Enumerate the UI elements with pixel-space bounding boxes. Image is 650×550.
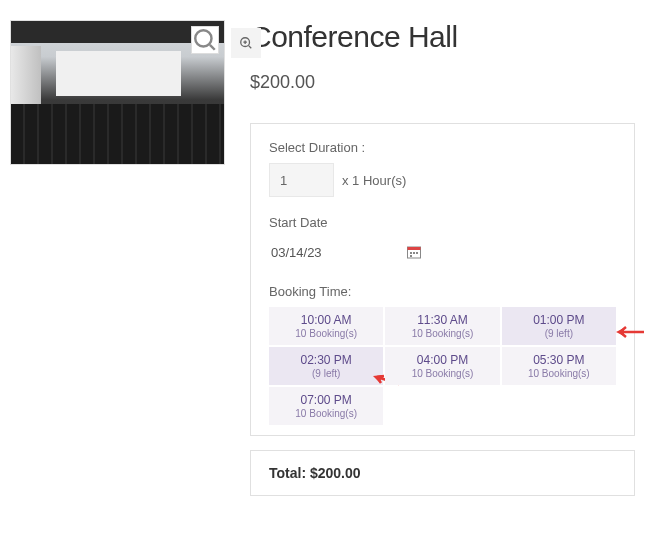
slot-availability: (9 left) (506, 328, 612, 339)
slot-time: 10:00 AM (273, 313, 379, 327)
image-column (10, 20, 225, 496)
slot-time: 07:00 PM (273, 393, 379, 407)
svg-rect-9 (413, 252, 415, 254)
zoom-external-icon[interactable] (231, 28, 261, 58)
date-row (269, 238, 616, 266)
svg-rect-10 (416, 252, 418, 254)
time-slot[interactable]: 05:30 PM10 Booking(s) (502, 347, 616, 385)
slot-availability: 10 Booking(s) (389, 368, 495, 379)
slot-time: 01:00 PM (506, 313, 612, 327)
start-date-input[interactable] (269, 238, 394, 266)
svg-rect-7 (408, 247, 421, 250)
slot-availability: (9 left) (273, 368, 379, 379)
zoom-icon[interactable] (191, 26, 219, 54)
slot-time: 04:00 PM (389, 353, 495, 367)
booking-form: Select Duration : x 1 Hour(s) Start Date… (250, 123, 635, 436)
duration-input[interactable] (269, 163, 334, 197)
product-image[interactable] (10, 20, 225, 165)
time-slot[interactable]: 07:00 PM10 Booking(s) (269, 387, 383, 425)
svg-rect-11 (410, 255, 412, 257)
slot-time: 05:30 PM (506, 353, 612, 367)
calendar-icon[interactable] (406, 244, 422, 260)
time-slot[interactable]: 10:00 AM10 Booking(s) (269, 307, 383, 345)
slot-availability: 10 Booking(s) (273, 408, 379, 419)
slot-time: 11:30 AM (389, 313, 495, 327)
time-slot[interactable]: 01:00 PM(9 left) (502, 307, 616, 345)
total-label: Total: (269, 465, 306, 481)
time-slot[interactable]: 04:00 PM10 Booking(s) (385, 347, 499, 385)
slot-time: 02:30 PM (273, 353, 379, 367)
booking-time-label: Booking Time: (269, 284, 616, 299)
time-slot[interactable]: 02:30 PM(9 left) (269, 347, 383, 385)
svg-rect-8 (410, 252, 412, 254)
start-date-label: Start Date (269, 215, 616, 230)
time-slot[interactable]: 11:30 AM10 Booking(s) (385, 307, 499, 345)
slot-availability: 10 Booking(s) (389, 328, 495, 339)
annotation-arrow-icon (614, 325, 646, 343)
product-title: Conference Hall (250, 20, 635, 54)
duration-row: x 1 Hour(s) (269, 163, 616, 197)
slot-availability: 10 Booking(s) (273, 328, 379, 339)
svg-point-0 (195, 30, 211, 46)
duration-suffix: x 1 Hour(s) (342, 173, 406, 188)
product-page: Conference Hall $200.00 Select Duration … (0, 0, 650, 496)
time-slots-grid: 10:00 AM10 Booking(s)11:30 AM10 Booking(… (269, 307, 616, 425)
total-box: Total: $200.00 (250, 450, 635, 496)
duration-label: Select Duration : (269, 140, 616, 155)
total-value: $200.00 (310, 465, 361, 481)
svg-line-1 (210, 45, 215, 50)
product-image-wrap (10, 20, 225, 165)
svg-line-3 (249, 46, 252, 49)
slot-availability: 10 Booking(s) (506, 368, 612, 379)
product-price: $200.00 (250, 72, 635, 93)
details-column: Conference Hall $200.00 Select Duration … (250, 20, 635, 496)
